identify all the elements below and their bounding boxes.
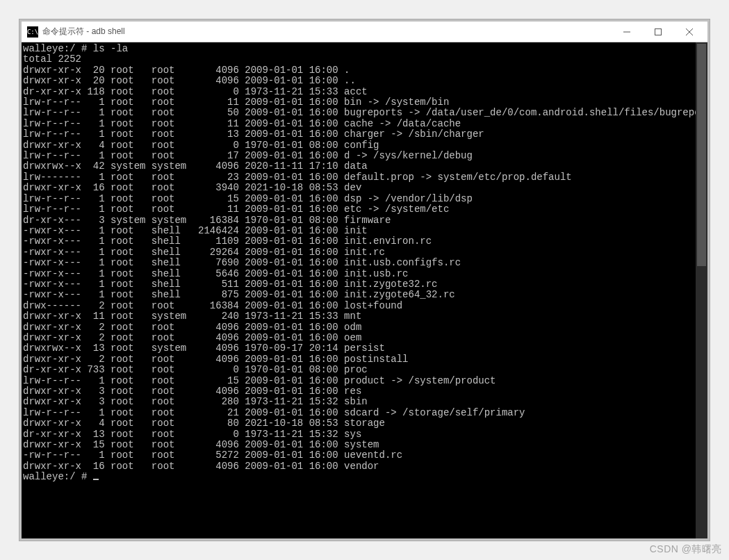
window-frame: C:\ 命令提示符 - adb shell walleye:/ # ls -la… [19,19,710,541]
titlebar[interactable]: C:\ 命令提示符 - adb shell [22,22,707,42]
maximize-button[interactable] [642,22,673,42]
scroll-thumb[interactable] [697,44,706,266]
svg-rect-1 [655,28,661,35]
terminal-output[interactable]: walleye:/ # ls -la total 2252 drwxr-xr-x… [22,42,696,538]
watermark: CSDN @韩曙亮 [650,543,722,556]
scrollbar[interactable] [696,42,707,538]
cmd-icon: C:\ [27,26,38,38]
close-button[interactable] [673,22,705,42]
terminal-area: walleye:/ # ls -la total 2252 drwxr-xr-x… [22,42,707,538]
cursor [93,479,99,480]
window-title: 命令提示符 - adb shell [42,26,125,38]
minimize-button[interactable] [611,22,642,42]
